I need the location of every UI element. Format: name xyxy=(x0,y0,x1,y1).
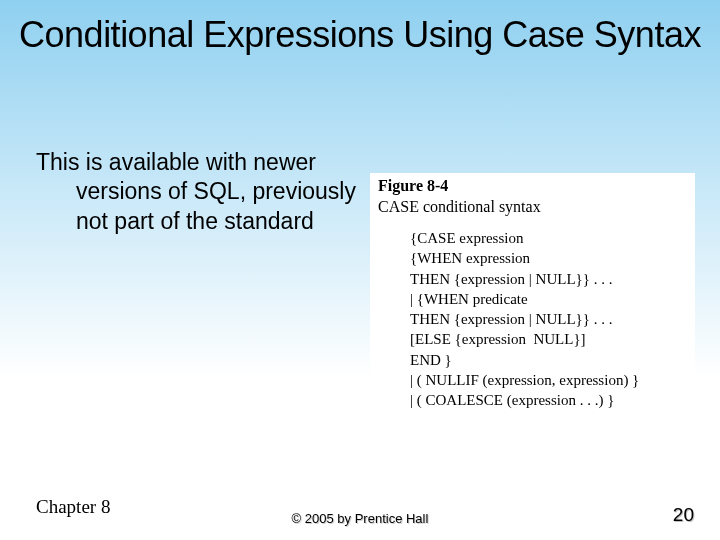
figure-label: Figure 8-4 xyxy=(378,177,687,195)
body-text: This is available with newer versions of… xyxy=(36,148,356,236)
slide-title: Conditional Expressions Using Case Synta… xyxy=(0,12,720,57)
figure-syntax: {CASE expression {WHEN expression THEN {… xyxy=(378,228,687,410)
footer-page-number: 20 xyxy=(673,504,694,526)
figure-caption: CASE conditional syntax xyxy=(378,198,687,216)
body-paragraph: This is available with newer versions of… xyxy=(36,148,356,236)
slide: Conditional Expressions Using Case Synta… xyxy=(0,0,720,540)
footer-copyright: © 2005 by Prentice Hall xyxy=(0,511,720,526)
figure-box: Figure 8-4 CASE conditional syntax {CASE… xyxy=(370,173,695,420)
